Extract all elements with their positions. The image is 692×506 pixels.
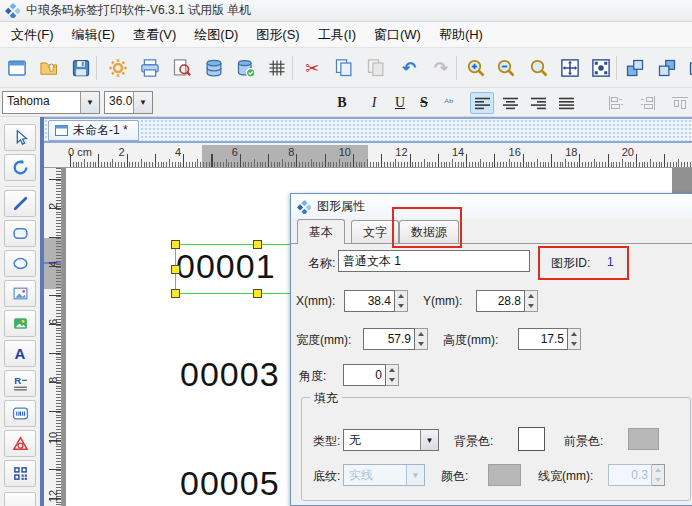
selection-handle[interactable]: [253, 289, 262, 298]
fg-color-swatch[interactable]: [628, 428, 659, 450]
name-input[interactable]: [338, 250, 530, 272]
menu-item[interactable]: 文件(F): [2, 22, 63, 47]
chevron-down-icon[interactable]: [133, 92, 152, 113]
dialog-title-bar[interactable]: 图形属性: [291, 194, 692, 219]
rich-text-tool[interactable]: R: [4, 370, 36, 397]
settings-button[interactable]: [104, 54, 132, 82]
angle-input[interactable]: [343, 364, 386, 386]
barcode-tool[interactable]: [4, 400, 36, 427]
spin-up-icon[interactable]: [525, 291, 537, 301]
menu-item[interactable]: 编辑(E): [63, 22, 124, 47]
line-color-swatch[interactable]: [488, 464, 521, 486]
grid-button[interactable]: [263, 54, 291, 82]
image-tool[interactable]: [4, 280, 36, 307]
polygon-tool[interactable]: [4, 430, 36, 457]
open-file-button[interactable]: [35, 54, 63, 82]
fill-type-combo[interactable]: 无: [343, 429, 439, 451]
font-family-combo[interactable]: Tahoma: [2, 91, 100, 114]
zoom-tool-button[interactable]: [525, 54, 553, 82]
spin-down-icon[interactable]: [568, 339, 580, 349]
menu-item[interactable]: 图形(S): [247, 22, 308, 47]
selection-handle[interactable]: [171, 240, 180, 249]
document-tab[interactable]: 未命名-1 *: [48, 120, 139, 141]
distribute-top-button[interactable]: [668, 92, 692, 114]
redo-button[interactable]: [427, 54, 455, 82]
tab-basic[interactable]: 基本: [297, 219, 345, 244]
height-spinner[interactable]: [518, 328, 581, 350]
y-spinner[interactable]: [476, 290, 538, 312]
save-button[interactable]: [67, 54, 95, 82]
rounded-rect-tool[interactable]: [4, 220, 36, 247]
distribute-left-button[interactable]: [604, 92, 628, 114]
qrcode-tool[interactable]: [4, 460, 36, 487]
order-more-button[interactable]: [684, 54, 692, 82]
copy-button[interactable]: [330, 54, 358, 82]
selection-handle[interactable]: [171, 265, 180, 274]
menu-item[interactable]: 帮助(H): [430, 22, 492, 47]
print-preview-button[interactable]: [168, 54, 196, 82]
spin-down-icon[interactable]: [415, 339, 427, 349]
spin-down-icon[interactable]: [386, 375, 398, 385]
width-spinner[interactable]: [363, 328, 428, 350]
select-tool[interactable]: [4, 124, 36, 151]
width-spin-buttons[interactable]: [415, 328, 428, 350]
spin-up-icon[interactable]: [386, 365, 398, 375]
align-center-button[interactable]: [498, 92, 522, 114]
underline-button[interactable]: U: [388, 92, 412, 114]
image-color-tool[interactable]: [4, 310, 36, 337]
rotate-tool[interactable]: [4, 154, 36, 181]
superscript-button[interactable]: [437, 92, 461, 114]
align-right-button[interactable]: [526, 92, 550, 114]
spin-down-icon[interactable]: [525, 301, 537, 311]
text-tool[interactable]: A: [4, 340, 36, 367]
print-button[interactable]: [136, 54, 164, 82]
send-backward-button[interactable]: [653, 54, 681, 82]
fit-page-button[interactable]: [587, 54, 615, 82]
canvas-text-object[interactable]: 00005: [180, 466, 280, 500]
chevron-down-icon[interactable]: [420, 430, 438, 450]
bg-color-swatch[interactable]: [518, 427, 545, 451]
selection-handle[interactable]: [253, 240, 262, 249]
angle-spinner[interactable]: [343, 364, 399, 386]
database-button[interactable]: [200, 54, 228, 82]
angle-spin-buttons[interactable]: [386, 364, 399, 386]
x-spinner[interactable]: [344, 290, 408, 312]
height-input[interactable]: [518, 328, 568, 350]
distribute-right-button[interactable]: [636, 92, 660, 114]
shape-more-tool[interactable]: [4, 492, 36, 506]
align-left-button[interactable]: [470, 92, 494, 114]
fit-window-button[interactable]: [556, 54, 584, 82]
canvas-text-object[interactable]: 00003: [180, 357, 280, 391]
selection-handle[interactable]: [171, 289, 180, 298]
menu-item[interactable]: 绘图(D): [185, 22, 247, 47]
database-connect-button[interactable]: [232, 54, 260, 82]
y-spin-buttons[interactable]: [525, 290, 538, 312]
undo-button[interactable]: [395, 54, 423, 82]
menu-item[interactable]: 查看(V): [124, 22, 185, 47]
paste-button[interactable]: [362, 54, 390, 82]
spin-up-icon[interactable]: [395, 291, 407, 301]
bring-forward-button[interactable]: [621, 54, 649, 82]
italic-button[interactable]: I: [362, 92, 386, 114]
x-spin-buttons[interactable]: [395, 290, 408, 312]
width-input[interactable]: [363, 328, 415, 350]
cut-button[interactable]: [298, 54, 326, 82]
spin-down-icon[interactable]: [395, 301, 407, 311]
strikethrough-button[interactable]: S: [412, 92, 436, 114]
spin-up-icon[interactable]: [415, 329, 427, 339]
line-tool[interactable]: [4, 190, 36, 217]
y-input[interactable]: [476, 290, 525, 312]
title-bar[interactable]: 中琅条码标签打印软件-V6.3.1 试用版 单机: [0, 0, 692, 22]
align-justify-button[interactable]: [554, 92, 578, 114]
x-input[interactable]: [344, 290, 395, 312]
menu-item[interactable]: 工具(I): [309, 22, 365, 47]
bold-button[interactable]: B: [330, 92, 354, 114]
new-document-button[interactable]: [3, 54, 31, 82]
zoom-in-button[interactable]: [462, 54, 490, 82]
zoom-out-button[interactable]: [492, 54, 520, 82]
ellipse-tool[interactable]: [4, 250, 36, 277]
chevron-down-icon[interactable]: [80, 92, 99, 113]
height-spin-buttons[interactable]: [568, 328, 581, 350]
spin-up-icon[interactable]: [568, 329, 580, 339]
menu-item[interactable]: 窗口(W): [365, 22, 430, 47]
